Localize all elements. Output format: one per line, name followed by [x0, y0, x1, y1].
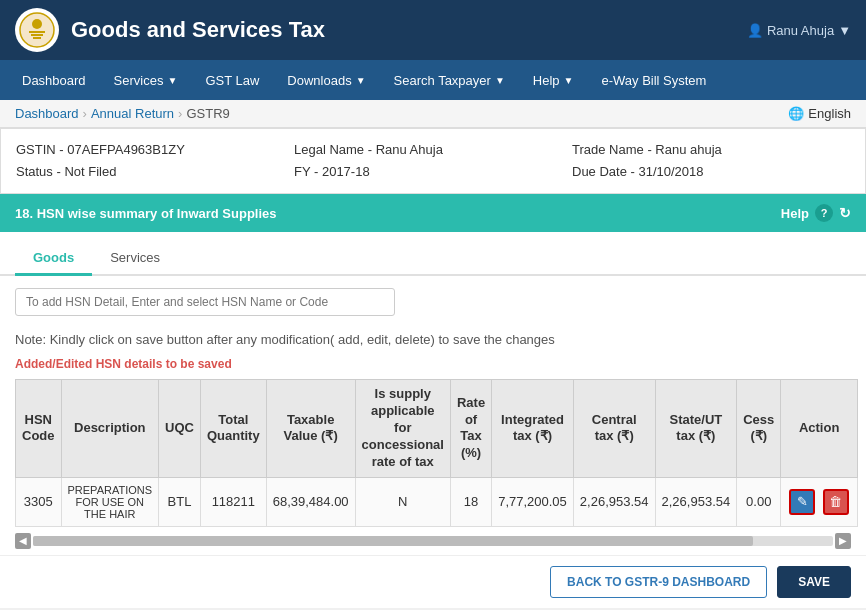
svg-point-1: [32, 19, 42, 29]
table-wrapper: HSNCode Description UQC TotalQuantity Ta…: [0, 379, 866, 526]
col-description: Description: [61, 380, 159, 477]
breadcrumb-bar: Dashboard › Annual Return › GSTR9 🌐 Engl…: [0, 100, 866, 128]
col-is-supply: Is supplyapplicable forconcessionalrate …: [355, 380, 450, 477]
col-uqc: UQC: [159, 380, 201, 477]
cell-state-ut-tax: 2,26,953.54: [655, 477, 737, 526]
gstin-info: GSTIN - 07AEFPA4963B1ZY: [16, 139, 294, 161]
svg-rect-3: [31, 34, 43, 36]
site-title: Goods and Services Tax: [71, 17, 325, 43]
svg-point-0: [20, 13, 54, 47]
cell-hsn-code: 3305: [16, 477, 62, 526]
tab-services[interactable]: Services: [92, 242, 178, 276]
svg-rect-4: [33, 37, 41, 39]
user-name: Ranu Ahuja: [767, 23, 834, 38]
section-title: 18. HSN wise summary of Inward Supplies: [15, 206, 277, 221]
svg-rect-2: [29, 31, 45, 33]
due-date-info: Due Date - 31/10/2018: [572, 161, 850, 183]
breadcrumb: Dashboard › Annual Return › GSTR9: [15, 106, 230, 121]
nav-services[interactable]: Services ▼: [100, 60, 192, 100]
note-row: Note: Kindly click on save button after …: [0, 328, 866, 355]
scroll-track[interactable]: [33, 536, 833, 546]
col-action: Action: [781, 380, 858, 477]
col-taxable-value: TaxableValue (₹): [266, 380, 355, 477]
cell-action: ✎ 🗑: [781, 477, 858, 526]
language-selector[interactable]: 🌐 English: [788, 106, 851, 121]
fy-info: FY - 2017-18: [294, 161, 572, 183]
refresh-icon[interactable]: ↻: [839, 205, 851, 221]
scroll-row: ◀ ▶: [15, 533, 851, 549]
nav-eway-bill-label: e-Way Bill System: [601, 73, 706, 88]
added-edited-label: Added/Edited HSN details to be saved: [0, 355, 866, 379]
breadcrumb-dashboard[interactable]: Dashboard: [15, 106, 79, 121]
hsn-table: HSNCode Description UQC TotalQuantity Ta…: [15, 379, 858, 526]
scroll-left-arrow[interactable]: ◀: [15, 533, 31, 549]
user-dropdown-arrow: ▼: [838, 23, 851, 38]
breadcrumb-sep-1: ›: [83, 106, 87, 121]
col-central-tax: Centraltax (₹): [573, 380, 655, 477]
note-text: Note: Kindly click on save button after …: [15, 332, 555, 347]
nav-downloads-label: Downloads: [287, 73, 351, 88]
help-arrow: ▼: [564, 75, 574, 86]
user-icon: 👤: [747, 23, 763, 38]
back-to-dashboard-button[interactable]: BACK TO GSTR-9 DASHBOARD: [550, 566, 767, 598]
scroll-right-arrow[interactable]: ▶: [835, 533, 851, 549]
services-arrow: ▼: [167, 75, 177, 86]
logo-area: Goods and Services Tax: [15, 8, 325, 52]
tab-goods-label: Goods: [33, 250, 74, 265]
help-label: Help: [781, 206, 809, 221]
col-state-ut-tax: State/UTtax (₹): [655, 380, 737, 477]
nav-help[interactable]: Help ▼: [519, 60, 588, 100]
col-integrated-tax: Integratedtax (₹): [492, 380, 574, 477]
section-help-area: Help ? ↻: [781, 204, 851, 222]
language-label: English: [808, 106, 851, 121]
cell-integrated-tax: 7,77,200.05: [492, 477, 574, 526]
cell-rate-of-tax: 18: [450, 477, 491, 526]
nav-gst-law[interactable]: GST Law: [191, 60, 273, 100]
cell-total-quantity: 118211: [200, 477, 266, 526]
status-info: Status - Not Filed: [16, 161, 294, 183]
col-hsn-code: HSNCode: [16, 380, 62, 477]
tabs-row: Goods Services: [0, 232, 866, 276]
nav-dashboard-label: Dashboard: [22, 73, 86, 88]
info-col-2: Legal Name - Ranu Ahuja FY - 2017-18: [294, 139, 572, 183]
breadcrumb-annual-return[interactable]: Annual Return: [91, 106, 174, 121]
nav-bar: Dashboard Services ▼ GST Law Downloads ▼…: [0, 60, 866, 100]
search-taxpayer-arrow: ▼: [495, 75, 505, 86]
search-row: [0, 276, 866, 328]
breadcrumb-sep-2: ›: [178, 106, 182, 121]
col-total-quantity: TotalQuantity: [200, 380, 266, 477]
cell-uqc: BTL: [159, 477, 201, 526]
nav-services-label: Services: [114, 73, 164, 88]
cell-taxable-value: 68,39,484.00: [266, 477, 355, 526]
cell-cess: 0.00: [737, 477, 781, 526]
user-info[interactable]: 👤 Ranu Ahuja ▼: [747, 23, 851, 38]
hsn-search-input[interactable]: [15, 288, 395, 316]
nav-dashboard[interactable]: Dashboard: [8, 60, 100, 100]
info-col-1: GSTIN - 07AEFPA4963B1ZY Status - Not Fil…: [16, 139, 294, 183]
nav-search-taxpayer[interactable]: Search Taxpayer ▼: [380, 60, 519, 100]
main-content: Goods Services Note: Kindly click on sav…: [0, 232, 866, 607]
section-header: 18. HSN wise summary of Inward Supplies …: [0, 194, 866, 232]
info-bar: GSTIN - 07AEFPA4963B1ZY Status - Not Fil…: [0, 128, 866, 194]
trade-name-info: Trade Name - Ranu ahuja: [572, 139, 850, 161]
col-rate-of-tax: RateofTax(%): [450, 380, 491, 477]
table-row: 3305 PREPARATIONS FOR USE ON THE HAIR BT…: [16, 477, 858, 526]
top-header: Goods and Services Tax 👤 Ranu Ahuja ▼: [0, 0, 866, 60]
downloads-arrow: ▼: [356, 75, 366, 86]
scroll-thumb: [33, 536, 753, 546]
save-button[interactable]: SAVE: [777, 566, 851, 598]
nav-help-label: Help: [533, 73, 560, 88]
tab-goods[interactable]: Goods: [15, 242, 92, 276]
help-icon[interactable]: ?: [815, 204, 833, 222]
nav-gst-law-label: GST Law: [205, 73, 259, 88]
footer-bar: BACK TO GSTR-9 DASHBOARD SAVE: [0, 555, 866, 608]
globe-icon: 🌐: [788, 106, 804, 121]
legal-name-info: Legal Name - Ranu Ahuja: [294, 139, 572, 161]
col-cess: Cess(₹): [737, 380, 781, 477]
nav-downloads[interactable]: Downloads ▼: [273, 60, 379, 100]
tab-services-label: Services: [110, 250, 160, 265]
edit-button[interactable]: ✎: [789, 489, 815, 515]
nav-eway-bill[interactable]: e-Way Bill System: [587, 60, 720, 100]
delete-button[interactable]: 🗑: [823, 489, 849, 515]
cell-central-tax: 2,26,953.54: [573, 477, 655, 526]
